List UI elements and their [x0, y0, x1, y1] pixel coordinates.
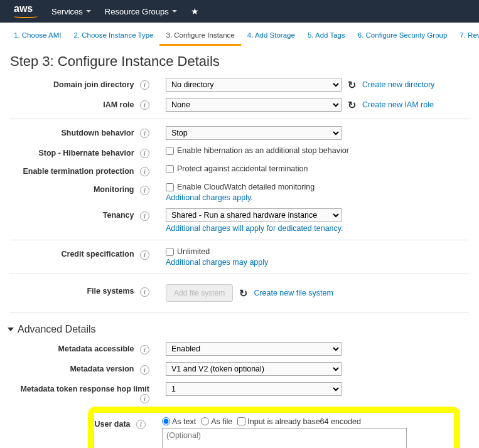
services-label: Services [51, 7, 83, 16]
select-shutdown[interactable]: Stop [166, 126, 342, 140]
link-create-filesystem[interactable]: Create new file system [254, 289, 333, 297]
row-metadata-accessible: Metadata accessible i Enabled [10, 339, 469, 359]
radio-as-file[interactable] [201, 417, 209, 425]
select-domain-join[interactable]: No directory [166, 78, 342, 92]
label-tenancy: Tenancy i [10, 208, 154, 220]
link-create-iam-role[interactable]: Create new IAM role [362, 100, 434, 109]
wizard-step-storage[interactable]: 4. Add Storage [241, 28, 301, 46]
checkbox-monitoring[interactable] [166, 183, 174, 191]
info-icon[interactable]: i [136, 420, 146, 429]
pin-icon[interactable]: ★ [191, 6, 199, 16]
label-shutdown: Shutdown behavior i [10, 126, 154, 138]
radio-as-text[interactable] [162, 417, 170, 425]
info-icon[interactable]: i [140, 80, 149, 90]
wizard-step-configure[interactable]: 3. Configure Instance [159, 28, 240, 46]
info-icon[interactable]: i [140, 149, 149, 158]
row-filesystems: File systems i Add file system ↻ Create … [10, 278, 469, 308]
label-filesystems: File systems i [10, 284, 154, 296]
page-title: Step 3: Configure Instance Details [0, 46, 479, 75]
label-domain-join: Domain join directory i [10, 78, 154, 90]
info-icon[interactable]: i [140, 100, 149, 110]
link-tenancy-charges[interactable]: Additional charges will apply for dedica… [166, 224, 469, 233]
info-icon[interactable]: i [140, 250, 149, 260]
add-file-system-button: Add file system [166, 284, 233, 302]
info-icon[interactable]: i [140, 167, 149, 176]
wizard-step-instance-type[interactable]: 2. Choose Instance Type [67, 28, 159, 46]
divider [10, 312, 469, 312]
info-icon[interactable]: i [140, 394, 149, 403]
label-hibernate: Stop - Hibernate behavior i [10, 146, 154, 158]
label-metadata-version: Metadata version i [10, 362, 154, 374]
row-user-data: User data i As text As file Input is al [94, 414, 454, 448]
label-termination: Enable termination protection i [10, 164, 154, 176]
label-hop-limit: Metadata token response hop limit i [10, 382, 154, 403]
radio-as-text-wrap[interactable]: As text [162, 417, 196, 426]
label-monitoring: Monitoring i [10, 183, 154, 195]
user-data-highlight: User data i As text As file Input is al [88, 407, 460, 448]
checkbox-hibernate[interactable] [166, 147, 174, 155]
refresh-icon[interactable]: ↻ [348, 79, 356, 91]
resource-groups-menu[interactable]: Resource Groups [105, 7, 177, 16]
advanced-details-toggle[interactable]: Advanced Details [0, 316, 479, 339]
checkbox-termination-label: Protect against accidental termination [177, 164, 308, 173]
wizard-step-tags[interactable]: 5. Add Tags [301, 28, 352, 46]
info-icon[interactable]: i [140, 365, 149, 375]
link-create-directory[interactable]: Create new directory [362, 80, 434, 89]
checkbox-base64[interactable] [237, 417, 245, 425]
top-nav: aws Services Resource Groups ★ [0, 0, 479, 23]
form-section-advanced: Metadata accessible i Enabled Metadata v… [0, 339, 479, 406]
checkbox-hibernate-label: Enable hibernation as an additional stop… [177, 146, 349, 155]
textarea-user-data[interactable] [162, 428, 407, 448]
refresh-icon[interactable]: ↻ [239, 287, 247, 299]
label-iam-role: IAM role i [10, 98, 154, 110]
wizard-step-ami[interactable]: 1. Choose AMI [8, 28, 67, 46]
info-icon[interactable]: i [140, 186, 149, 195]
row-credit: Credit specification i Unlimited Additio… [10, 244, 469, 270]
triangle-down-icon [8, 328, 14, 331]
select-iam-role[interactable]: None [166, 98, 342, 112]
divider [10, 240, 469, 240]
select-tenancy[interactable]: Shared - Run a shared hardware instance [166, 208, 342, 222]
aws-logo-text: aws [14, 4, 38, 13]
wizard-steps: 1. Choose AMI 2. Choose Instance Type 3.… [0, 23, 479, 46]
select-hop-limit[interactable]: 1 [166, 382, 342, 396]
chevron-down-icon [86, 10, 91, 13]
row-metadata-version: Metadata version i V1 and V2 (token opti… [10, 359, 469, 379]
services-menu[interactable]: Services [51, 7, 91, 16]
row-shutdown: Shutdown behavior i Stop [10, 123, 469, 143]
checkbox-credit[interactable] [166, 248, 174, 256]
aws-logo[interactable]: aws [14, 4, 38, 18]
checkbox-base64-wrap[interactable]: Input is already base64 encoded [237, 417, 361, 426]
label-credit: Credit specification i [10, 247, 154, 259]
info-icon[interactable]: i [140, 287, 149, 297]
info-icon[interactable]: i [140, 345, 149, 355]
chevron-down-icon [172, 10, 177, 13]
aws-swoosh-icon [14, 14, 38, 18]
info-icon[interactable]: i [140, 211, 149, 221]
wizard-step-security[interactable]: 6. Configure Security Group [352, 28, 454, 46]
row-termination: Enable termination protection i Protect … [10, 161, 469, 179]
row-domain-join: Domain join directory i No directory ↻ C… [10, 75, 469, 95]
radio-as-file-wrap[interactable]: As file [201, 417, 232, 426]
divider [10, 119, 469, 119]
wizard-step-review[interactable]: 7. Review [453, 28, 479, 46]
row-hibernate: Stop - Hibernate behavior i Enable hiber… [10, 143, 469, 161]
refresh-icon[interactable]: ↻ [348, 99, 356, 111]
link-monitoring-charges[interactable]: Additional charges apply. [166, 193, 469, 202]
link-credit-charges[interactable]: Additional charges may apply [166, 258, 469, 267]
radio-as-file-label: As file [211, 417, 232, 426]
label-user-data: User data i [94, 417, 151, 429]
form-section-main: Domain join directory i No directory ↻ C… [0, 75, 479, 312]
row-hop-limit: Metadata token response hop limit i 1 [10, 379, 469, 406]
select-metadata-version[interactable]: V1 and V2 (token optional) [166, 362, 342, 376]
row-iam-role: IAM role i None ↻ Create new IAM role [10, 95, 469, 115]
checkbox-credit-label: Unlimited [177, 247, 210, 256]
checkbox-termination[interactable] [166, 165, 174, 173]
row-tenancy: Tenancy i Shared - Run a shared hardware… [10, 205, 469, 236]
radio-as-text-label: As text [172, 417, 196, 426]
divider [10, 274, 469, 274]
info-icon[interactable]: i [140, 129, 149, 138]
select-metadata-accessible[interactable]: Enabled [166, 342, 342, 356]
checkbox-monitoring-label: Enable CloudWatch detailed monitoring [177, 183, 315, 191]
row-monitoring: Monitoring i Enable CloudWatch detailed … [10, 179, 469, 205]
